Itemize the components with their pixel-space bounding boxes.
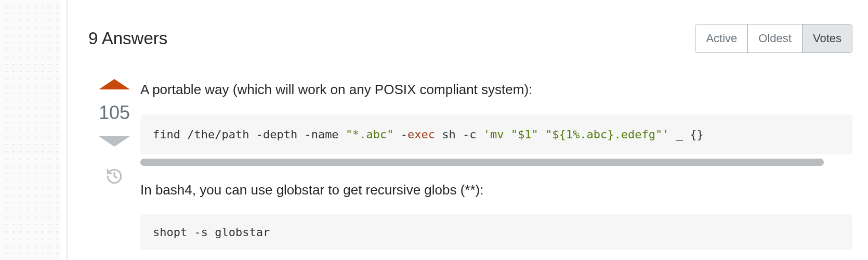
sort-tab-votes[interactable]: Votes — [802, 24, 852, 53]
code-keyword: exec — [407, 128, 435, 141]
code-string: 'mv "$1" "${1%.abc}.edefg"' — [483, 128, 669, 141]
sort-tab-oldest[interactable]: Oldest — [747, 24, 802, 53]
answers-title: 9 Answers — [88, 29, 167, 48]
history-icon[interactable] — [106, 167, 123, 187]
code-scrollbar[interactable] — [140, 159, 824, 166]
answer: 105 A portable way (which will work on a… — [88, 79, 852, 250]
vertical-divider — [67, 0, 68, 260]
code-keyword: shopt — [153, 226, 187, 239]
main-content: 9 Answers Active Oldest Votes 105 A port… — [88, 0, 868, 250]
code-text: -s globstar — [187, 226, 270, 239]
code-text: - — [394, 128, 408, 141]
dotted-sidebar-background — [0, 0, 60, 260]
answer-para-2: In bash4, you can use globstar to get re… — [140, 180, 852, 200]
code-block-2[interactable]: shopt -s globstar — [140, 214, 852, 250]
answer-body: A portable way (which will work on any P… — [140, 79, 852, 250]
vote-count: 105 — [99, 102, 130, 124]
code-text: find /the/path -depth -name — [153, 128, 346, 141]
downvote-button[interactable] — [99, 136, 130, 147]
vote-column: 105 — [88, 79, 140, 187]
upvote-button[interactable] — [99, 79, 130, 89]
sort-tabs: Active Oldest Votes — [695, 24, 852, 53]
sort-tab-active[interactable]: Active — [695, 24, 747, 53]
answer-intro-text: A portable way (which will work on any P… — [140, 80, 852, 100]
answers-header: 9 Answers Active Oldest Votes — [88, 0, 852, 53]
code-text: _ {} — [669, 128, 703, 141]
code-text: sh -c — [435, 128, 483, 141]
code-block-1[interactable]: find /the/path -depth -name "*.abc" -exe… — [140, 114, 852, 154]
code-string: "*.abc" — [346, 128, 394, 141]
